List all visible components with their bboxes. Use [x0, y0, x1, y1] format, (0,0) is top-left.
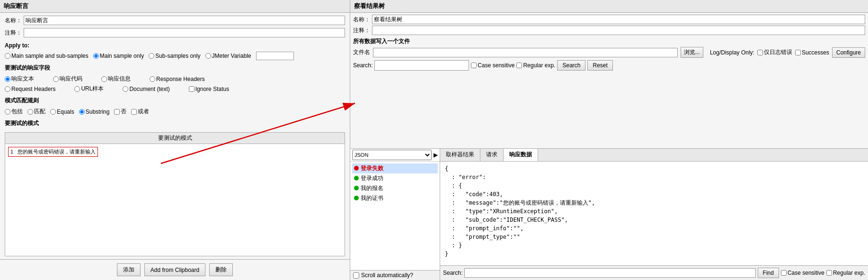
match-options: 包括 匹配 Equals Substring 否 或者 — [5, 108, 345, 116]
field-response-text[interactable]: 响应文本 — [5, 75, 34, 83]
pattern-header: 要测试的模式 — [5, 133, 345, 144]
bottom-case-sensitive-label: Case sensitive — [788, 270, 824, 276]
bottom-regular-exp-check[interactable]: Regular exp. — [826, 270, 865, 276]
bottom-search-input[interactable] — [464, 268, 755, 278]
file-input[interactable] — [373, 48, 678, 57]
configure-button[interactable]: Configure — [832, 47, 865, 58]
search-input[interactable] — [374, 60, 469, 71]
tab-response-data[interactable]: 响应数据 — [504, 149, 538, 161]
successes-check[interactable]: Successes — [795, 49, 829, 56]
right-panel-title: 察看结果树 — [350, 0, 868, 13]
delete-button[interactable]: 删除 — [209, 263, 233, 276]
match-substring[interactable]: Substring — [79, 108, 110, 115]
search-button[interactable]: Search — [557, 60, 585, 71]
log-errors-check[interactable]: 仅日志错误 — [757, 48, 792, 56]
field-test-label: 要测试的响应字段 — [5, 64, 345, 72]
case-sensitive-label: Case sensitive — [478, 62, 514, 69]
status-icon-green2 — [354, 186, 359, 190]
apply-sub-only[interactable]: Sub-samples only — [149, 53, 200, 59]
right-comment-input[interactable] — [372, 26, 865, 35]
tab-request[interactable]: 请求 — [480, 149, 504, 161]
field-response-code[interactable]: 响应代码 — [53, 75, 82, 83]
case-sensitive-check[interactable]: Case sensitive — [471, 62, 514, 69]
right-body: 名称： 注释： 所有数据写入一个文件 文件名 浏览... Log/Display… — [350, 13, 868, 148]
status-icon-green — [354, 176, 359, 181]
tree-item-label: 登录成功 — [361, 174, 383, 182]
match-equals[interactable]: Equals — [50, 108, 74, 115]
find-button[interactable]: Find — [758, 268, 779, 278]
left-panel-body: 名称： 注释： Apply to: Main sample and sub-sa… — [0, 13, 350, 259]
right-name-label: 名称： — [353, 16, 370, 24]
comment-input[interactable] — [24, 28, 345, 37]
tree-item-my-cert[interactable]: 我的证书 — [352, 193, 438, 203]
clipboard-button[interactable]: Add from Clipboard — [144, 263, 205, 276]
tree-panel: JSON Text XML HTML ▶ 登录失败 登录成功 — [350, 149, 440, 280]
main-content: JSON Text XML HTML ▶ 登录失败 登录成功 — [350, 148, 868, 280]
right-comment-row: 注释： — [353, 26, 865, 35]
apply-jmeter-var[interactable]: JMeter Variable — [205, 53, 251, 59]
match-or[interactable]: 或者 — [131, 108, 149, 116]
scroll-auto-checkbox[interactable] — [353, 272, 359, 279]
field-request-headers[interactable]: Request Headers — [5, 86, 55, 92]
left-panel: 响应断言 名称： 注释： Apply to: Main sample and s… — [0, 0, 350, 280]
add-button[interactable]: 添加 — [117, 263, 141, 276]
tree-item-label: 我的证书 — [361, 194, 383, 202]
file-name-label: 文件名 — [353, 48, 370, 56]
tree-body: 登录失败 登录成功 我的报名 我的证书 — [350, 162, 440, 271]
match-contains[interactable]: 包括 — [5, 108, 23, 116]
field-url[interactable]: URL样本 — [74, 85, 104, 93]
name-row: 名称： — [5, 16, 345, 25]
field-response-headers[interactable]: Response Headers — [150, 76, 205, 82]
regular-exp-check[interactable]: Regular exp. — [516, 62, 555, 69]
pattern-body: 1 您的账号或密码错误，请重新输入 — [5, 144, 345, 160]
test-mode-label: 要测试的模式 — [5, 119, 345, 127]
bottom-search-row: Search: Find Case sensitive Regular exp. — [440, 265, 868, 280]
regular-exp-label: Regular exp. — [523, 62, 555, 69]
bottom-buttons: 添加 Add from Clipboard 删除 — [0, 259, 350, 280]
field-document[interactable]: Document (text) — [123, 86, 169, 92]
comment-row: 注释： — [5, 28, 345, 37]
jmeter-var-input[interactable] — [256, 52, 294, 60]
match-rule-label: 模式匹配规则 — [5, 97, 345, 105]
field-options-row1: 响应文本 响应代码 响应信息 Response Headers — [5, 75, 345, 83]
successes-label: Successes — [802, 49, 829, 56]
pattern-item-1[interactable]: 1 您的账号或密码错误，请重新输入 — [8, 147, 98, 157]
tree-header: JSON Text XML HTML ▶ — [350, 149, 440, 162]
apply-main-sub[interactable]: Main sample and sub-samples — [5, 53, 89, 59]
log-errors-label: 仅日志错误 — [764, 48, 792, 56]
result-panel: 取样器结果 请求 响应数据 { : "error": : { : "code":… — [440, 149, 868, 280]
status-icon-red — [354, 166, 359, 171]
apply-main-only[interactable]: Main sample only — [93, 53, 144, 59]
bottom-case-sensitive-check[interactable]: Case sensitive — [781, 270, 824, 276]
field-options-row2: Request Headers URL样本 Document (text) Ig… — [5, 85, 345, 93]
tree-item-label: 我的报名 — [361, 184, 383, 192]
left-panel-title: 响应断言 — [0, 0, 350, 13]
scroll-auto-label: Scroll automatically? — [361, 272, 413, 279]
right-name-row: 名称： — [353, 15, 865, 24]
tab-sampler-result[interactable]: 取样器结果 — [440, 149, 480, 161]
tree-item-my-signup[interactable]: 我的报名 — [352, 183, 438, 193]
reset-button[interactable]: Reset — [587, 60, 612, 71]
pattern-container: 要测试的模式 1 您的账号或密码错误，请重新输入 — [5, 132, 345, 256]
right-name-input[interactable] — [372, 15, 865, 24]
comment-label: 注释： — [5, 29, 22, 37]
scroll-check-row: Scroll automatically? — [350, 270, 440, 280]
right-panel: 察看结果树 名称： 注释： 所有数据写入一个文件 文件名 浏览... Log/D… — [350, 0, 868, 280]
field-response-info[interactable]: 响应信息 — [101, 75, 131, 83]
bottom-search-label: Search: — [443, 270, 462, 276]
all-data-label: 所有数据写入一个文件 — [353, 37, 865, 45]
search-label: Search: — [353, 62, 372, 69]
browse-button[interactable]: 浏览... — [681, 47, 703, 58]
tree-format-select[interactable]: JSON Text XML HTML — [352, 150, 432, 160]
tabs-row: 取样器结果 请求 响应数据 — [440, 149, 868, 162]
tree-item-login-success[interactable]: 登录成功 — [352, 173, 438, 183]
tree-item-label: 登录失败 — [361, 164, 383, 172]
match-match[interactable]: 匹配 — [27, 108, 45, 116]
name-label: 名称： — [5, 17, 22, 25]
tree-item-login-fail[interactable]: 登录失败 — [352, 163, 438, 173]
field-ignore-status[interactable]: Ignore Status — [189, 86, 229, 92]
name-input[interactable] — [24, 16, 345, 25]
match-not[interactable]: 否 — [114, 108, 126, 116]
log-display-label: Log/Display Only: — [710, 49, 754, 56]
tree-expand-icon: ▶ — [434, 152, 438, 158]
